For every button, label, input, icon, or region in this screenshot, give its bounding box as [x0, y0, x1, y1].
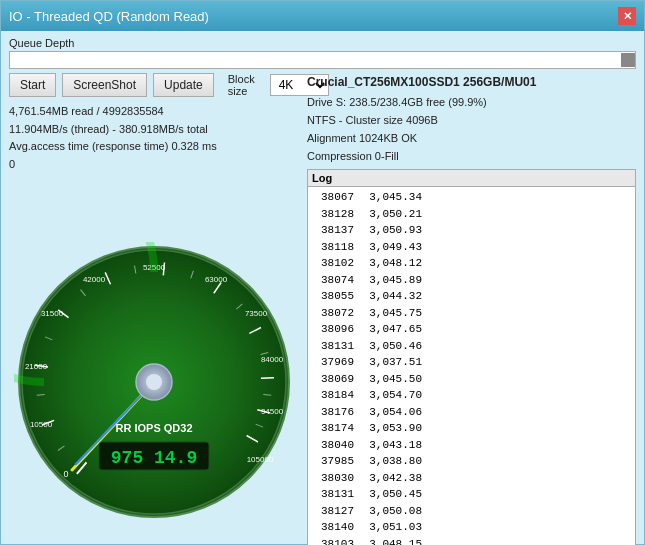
- log-col2: 3,048.12: [362, 255, 422, 272]
- main-row: Start ScreenShot Update Block size 5121K…: [9, 73, 636, 545]
- gauge-svg: 0 10500 21000: [14, 242, 294, 522]
- log-col2: 3,050.08: [362, 503, 422, 520]
- queue-depth-label: Queue Depth: [9, 37, 636, 49]
- device-info: Crucial_CT256MX100SSD1 256GB/MU01 Drive …: [307, 73, 636, 165]
- log-col1: 38176: [312, 404, 354, 421]
- log-col1: 38074: [312, 272, 354, 289]
- log-row: 380303,042.38: [312, 470, 631, 487]
- log-col2: 3,050.93: [362, 222, 422, 239]
- log-col2: 3,050.45: [362, 486, 422, 503]
- log-row: 381403,051.03: [312, 519, 631, 536]
- log-col2: 3,051.03: [362, 519, 422, 536]
- log-col1: 37969: [312, 354, 354, 371]
- read-mb-stat: 4,761.54MB read / 4992835584: [9, 103, 299, 121]
- log-row: 381033,048.15: [312, 536, 631, 545]
- screenshot-button[interactable]: ScreenShot: [62, 73, 147, 97]
- log-col1: 38040: [312, 437, 354, 454]
- log-col1: 38131: [312, 486, 354, 503]
- log-row: 381313,050.45: [312, 486, 631, 503]
- window-title: IO - Threaded QD (Random Read): [9, 9, 209, 24]
- tick-84000: 84000: [261, 355, 284, 364]
- log-col2: 3,045.34: [362, 189, 422, 206]
- log-row: 379693,037.51: [312, 354, 631, 371]
- log-row: 380963,047.65: [312, 321, 631, 338]
- throughput-stat: 11.904MB/s (thread) - 380.918MB/s total: [9, 121, 299, 139]
- log-col1: 38055: [312, 288, 354, 305]
- log-col1: 38030: [312, 470, 354, 487]
- log-row: 379853,038.80: [312, 453, 631, 470]
- extra-stat: 0: [9, 156, 299, 174]
- log-col2: 3,054.70: [362, 387, 422, 404]
- log-col2: 3,045.75: [362, 305, 422, 322]
- log-col1: 38127: [312, 503, 354, 520]
- gauge-label: RR IOPS QD32: [115, 422, 192, 434]
- main-window: IO - Threaded QD (Random Read) ✕ Queue D…: [0, 0, 645, 545]
- log-col2: 3,048.15: [362, 536, 422, 545]
- log-col1: 38140: [312, 519, 354, 536]
- tick-42000: 42000: [83, 275, 106, 284]
- log-col1: 38096: [312, 321, 354, 338]
- log-col1: 38184: [312, 387, 354, 404]
- tick-31500: 31500: [41, 309, 64, 318]
- tick-73500: 73500: [245, 309, 268, 318]
- log-row: 381763,054.06: [312, 404, 631, 421]
- gauge-display-value: 975 14.9: [111, 448, 197, 468]
- title-bar: IO - Threaded QD (Random Read) ✕: [1, 1, 644, 31]
- tick-63000: 63000: [205, 275, 228, 284]
- tick-94500: 94500: [261, 407, 284, 416]
- update-button[interactable]: Update: [153, 73, 214, 97]
- log-row: 381283,050.21: [312, 206, 631, 223]
- log-row: 381023,048.12: [312, 255, 631, 272]
- log-section: Log 380673,045.34381283,050.21381373,050…: [307, 169, 636, 545]
- start-button[interactable]: Start: [9, 73, 56, 97]
- log-col1: 38118: [312, 239, 354, 256]
- log-body[interactable]: 380673,045.34381283,050.21381373,050.933…: [308, 187, 635, 545]
- log-col1: 38131: [312, 338, 354, 355]
- log-col1: 38069: [312, 371, 354, 388]
- gauge-center-dot: [146, 374, 162, 390]
- right-panel: Crucial_CT256MX100SSD1 256GB/MU01 Drive …: [307, 73, 636, 545]
- log-col2: 3,054.06: [362, 404, 422, 421]
- log-row: 381313,050.46: [312, 338, 631, 355]
- content-area: Queue Depth Start ScreenShot Update Bloc…: [1, 31, 644, 545]
- log-col1: 38072: [312, 305, 354, 322]
- log-col2: 3,044.32: [362, 288, 422, 305]
- log-col1: 38174: [312, 420, 354, 437]
- log-col2: 3,053.90: [362, 420, 422, 437]
- log-col2: 3,047.65: [362, 321, 422, 338]
- button-row: Start ScreenShot Update Block size 5121K…: [9, 73, 299, 97]
- log-col2: 3,049.43: [362, 239, 422, 256]
- tick-105000: 105000: [247, 455, 274, 464]
- device-alignment: Alignment 1024KB OK: [307, 129, 636, 147]
- log-col2: 3,050.46: [362, 338, 422, 355]
- log-row: 380723,045.75: [312, 305, 631, 322]
- log-col2: 3,045.89: [362, 272, 422, 289]
- stats-section: 4,761.54MB read / 4992835584 11.904MB/s …: [9, 103, 299, 173]
- queue-depth-section: Queue Depth: [9, 37, 636, 69]
- log-row: 381273,050.08: [312, 503, 631, 520]
- log-col2: 3,042.38: [362, 470, 422, 487]
- device-fs: NTFS - Cluster size 4096B: [307, 111, 636, 129]
- log-col1: 38128: [312, 206, 354, 223]
- log-row: 381843,054.70: [312, 387, 631, 404]
- log-row: 381183,049.43: [312, 239, 631, 256]
- log-row: 380553,044.32: [312, 288, 631, 305]
- avg-access-stat: Avg.access time (response time) 0.328 ms: [9, 138, 299, 156]
- log-col1: 37985: [312, 453, 354, 470]
- log-col1: 38103: [312, 536, 354, 545]
- log-row: 380743,045.89: [312, 272, 631, 289]
- log-col1: 38067: [312, 189, 354, 206]
- tick-0: 0: [63, 469, 68, 479]
- log-col2: 3,038.80: [362, 453, 422, 470]
- device-compression: Compression 0-Fill: [307, 147, 636, 165]
- queue-depth-slider[interactable]: [9, 51, 636, 69]
- log-row: 380673,045.34: [312, 189, 631, 206]
- log-col2: 3,043.18: [362, 437, 422, 454]
- log-row: 381373,050.93: [312, 222, 631, 239]
- close-button[interactable]: ✕: [618, 7, 636, 25]
- log-header: Log: [308, 170, 635, 187]
- log-col2: 3,050.21: [362, 206, 422, 223]
- block-size-label: Block size: [228, 73, 266, 97]
- left-panel: Start ScreenShot Update Block size 5121K…: [9, 73, 299, 545]
- device-drive: Drive S: 238.5/238.4GB free (99.9%): [307, 93, 636, 111]
